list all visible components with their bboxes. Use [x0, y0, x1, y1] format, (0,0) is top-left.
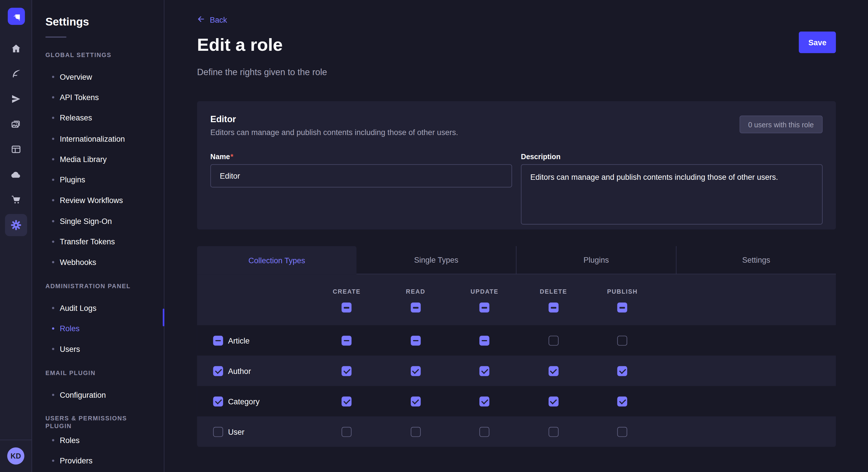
permission-checkbox-user-publish[interactable]	[617, 427, 627, 437]
tab-settings[interactable]: Settings	[676, 246, 836, 274]
strapi-logo[interactable]	[8, 8, 25, 25]
sidebar-item-label: Review Workflows	[60, 196, 123, 205]
sidebar-item-webhooks[interactable]: Webhooks	[32, 252, 164, 273]
row-checkbox-user[interactable]	[213, 427, 223, 437]
bullet-icon	[52, 328, 54, 330]
permissions-rows: ArticleAuthorCategoryUser	[197, 326, 836, 447]
sidebar-item-overview[interactable]: Overview	[32, 66, 164, 87]
users-with-role-button[interactable]: 0 users with this role	[739, 116, 823, 134]
table-row-user: User	[197, 417, 836, 447]
bullet-icon	[52, 261, 54, 264]
nav-section-label: GLOBAL SETTINGS	[32, 51, 164, 59]
sidebar-item-audit-logs[interactable]: Audit Logs	[32, 298, 164, 318]
rail-item-cart[interactable]	[5, 189, 27, 211]
bullet-icon	[52, 220, 54, 222]
sidebar-item-review-workflows[interactable]: Review Workflows	[32, 190, 164, 211]
layout-icon	[11, 144, 22, 155]
permission-checkbox-article-create[interactable]	[342, 336, 352, 346]
description-field[interactable]: Editors can manage and publish contents …	[521, 165, 823, 225]
permission-checkbox-category-create[interactable]	[342, 397, 352, 407]
rail-item-feather[interactable]	[5, 63, 27, 85]
icon-rail: KD	[0, 0, 32, 472]
table-row-article: Article	[197, 326, 836, 356]
sidebar-item-single-sign-on[interactable]: Single Sign-On	[32, 211, 164, 231]
permission-checkbox-user-read[interactable]	[411, 427, 421, 437]
permissions-header: CREATEREADUPDATEDELETEPUBLISH	[197, 274, 836, 325]
role-description-text: Editors can manage and publish contents …	[210, 127, 458, 137]
sidebar-item-configuration[interactable]: Configuration	[32, 384, 164, 405]
home-icon	[11, 43, 22, 54]
bullet-icon	[52, 179, 54, 181]
permission-checkbox-user-delete[interactable]	[549, 427, 559, 437]
permission-checkbox-user-update[interactable]	[479, 427, 490, 437]
sidebar-item-roles[interactable]: Roles	[32, 430, 164, 450]
bullet-icon	[52, 241, 54, 243]
rail-item-images[interactable]	[5, 113, 27, 135]
images-icon	[11, 119, 22, 130]
sidebar-item-label: Webhooks	[60, 258, 96, 267]
rail-item-paper-plane[interactable]	[5, 88, 27, 110]
row-label: Author	[228, 367, 251, 376]
save-button[interactable]: Save	[799, 32, 836, 53]
tab-plugins[interactable]: Plugins	[516, 246, 676, 274]
permission-checkbox-category-read[interactable]	[411, 397, 421, 407]
app-window: KD Settings GLOBAL SETTINGSOverviewAPI T…	[0, 0, 868, 472]
permission-checkbox-author-publish[interactable]	[617, 366, 627, 376]
select-all-delete-checkbox[interactable]	[549, 303, 559, 313]
avatar[interactable]: KD	[7, 447, 24, 465]
rail-item-gear[interactable]	[5, 214, 27, 236]
bullet-icon	[52, 307, 54, 309]
permission-checkbox-user-create[interactable]	[342, 427, 352, 437]
cart-icon	[11, 194, 22, 205]
name-field[interactable]	[210, 165, 512, 188]
permissions-panel: Collection TypesSingle TypesPluginsSetti…	[197, 246, 836, 447]
sidebar-item-label: Overview	[60, 72, 92, 81]
permission-checkbox-article-read[interactable]	[411, 336, 421, 346]
permission-checkbox-author-update[interactable]	[479, 366, 490, 376]
nav-section-label: USERS & PERMISSIONS PLUGIN	[32, 414, 164, 422]
sidebar-item-internationalization[interactable]: Internationalization	[32, 128, 164, 149]
sidebar-item-label: Configuration	[60, 390, 106, 399]
sidebar-item-api-tokens[interactable]: API Tokens	[32, 87, 164, 107]
row-checkbox-article[interactable]	[213, 336, 223, 346]
bullet-icon	[52, 96, 54, 98]
back-link[interactable]: Back	[197, 15, 227, 25]
permission-checkbox-author-read[interactable]	[411, 366, 421, 376]
sidebar-item-roles[interactable]: Roles	[32, 318, 164, 339]
permission-checkbox-category-delete[interactable]	[549, 397, 559, 407]
permission-checkbox-article-delete[interactable]	[549, 336, 559, 346]
select-all-create-checkbox[interactable]	[342, 303, 352, 313]
bullet-icon	[52, 158, 54, 160]
sidebar-item-users[interactable]: Users	[32, 339, 164, 359]
bullet-icon	[52, 76, 54, 78]
rail-item-layout[interactable]	[5, 138, 27, 160]
permission-checkbox-category-update[interactable]	[479, 397, 490, 407]
rail-item-home[interactable]	[5, 38, 27, 60]
sidebar-item-label: Providers	[60, 456, 92, 465]
sidebar-item-transfer-tokens[interactable]: Transfer Tokens	[32, 231, 164, 252]
tab-collection-types[interactable]: Collection Types	[197, 246, 356, 274]
rail-item-cloud[interactable]	[5, 164, 27, 186]
bullet-icon	[52, 394, 54, 396]
nav-section-label: EMAIL PLUGIN	[32, 369, 164, 376]
bullet-icon	[52, 439, 54, 441]
sidebar-item-releases[interactable]: Releases	[32, 107, 164, 128]
sidebar-item-media-library[interactable]: Media Library	[32, 149, 164, 169]
permission-checkbox-category-publish[interactable]	[617, 397, 627, 407]
row-checkbox-author[interactable]	[213, 366, 223, 376]
select-all-update-checkbox[interactable]	[479, 303, 490, 313]
row-checkbox-category[interactable]	[213, 397, 223, 407]
select-all-read-checkbox[interactable]	[411, 303, 421, 313]
tab-single-types[interactable]: Single Types	[356, 246, 516, 274]
column-header-delete: DELETE	[539, 289, 567, 295]
strapi-logo-icon	[11, 11, 22, 22]
select-all-publish-checkbox[interactable]	[617, 303, 627, 313]
permission-checkbox-author-create[interactable]	[342, 366, 352, 376]
permission-checkbox-author-delete[interactable]	[549, 366, 559, 376]
sidebar-item-providers[interactable]: Providers	[32, 450, 164, 471]
row-label: Article	[228, 336, 250, 345]
permission-checkbox-article-update[interactable]	[479, 336, 490, 346]
sidebar-item-label: Internationalization	[60, 134, 125, 143]
sidebar-item-plugins[interactable]: Plugins	[32, 169, 164, 190]
permission-checkbox-article-publish[interactable]	[617, 336, 627, 346]
